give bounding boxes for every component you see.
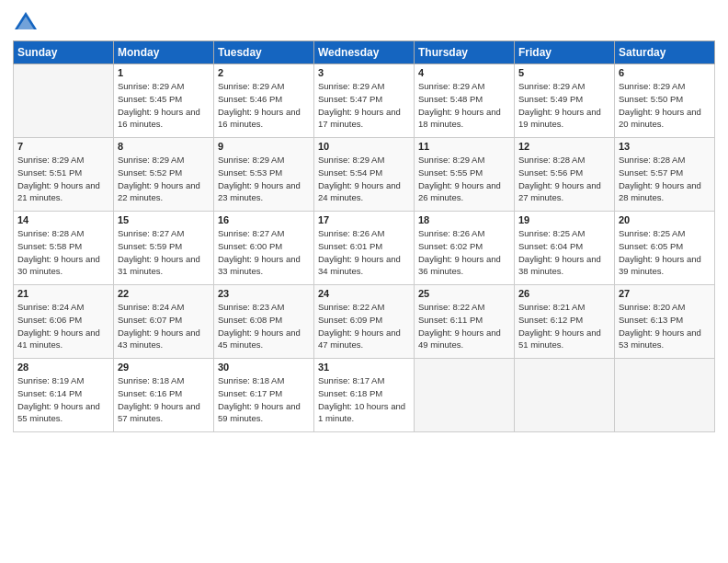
- day-info: Sunrise: 8:18 AMSunset: 6:16 PMDaylight:…: [118, 374, 210, 425]
- day-info: Sunrise: 8:24 AMSunset: 6:07 PMDaylight:…: [118, 301, 210, 351]
- day-info: Sunrise: 8:29 AMSunset: 5:49 PMDaylight:…: [518, 80, 610, 131]
- calendar-cell: 30Sunrise: 8:18 AMSunset: 6:17 PMDayligh…: [214, 359, 314, 432]
- calendar-cell: 6Sunrise: 8:29 AMSunset: 5:50 PMDaylight…: [615, 64, 715, 138]
- weekday-header-friday: Friday: [515, 41, 615, 64]
- day-number: 3: [318, 67, 410, 78]
- calendar-cell: 29Sunrise: 8:18 AMSunset: 6:16 PMDayligh…: [114, 359, 214, 432]
- calendar-cell: [515, 359, 615, 432]
- calendar-cell: 17Sunrise: 8:26 AMSunset: 6:01 PMDayligh…: [314, 212, 415, 285]
- day-info: Sunrise: 8:21 AMSunset: 6:12 PMDaylight:…: [518, 301, 610, 351]
- calendar-page: SundayMondayTuesdayWednesdayThursdayFrid…: [0, 0, 728, 563]
- week-row-5: 28Sunrise: 8:19 AMSunset: 6:14 PMDayligh…: [14, 359, 715, 432]
- day-number: 16: [218, 214, 310, 225]
- calendar-cell: 16Sunrise: 8:27 AMSunset: 6:00 PMDayligh…: [214, 212, 314, 285]
- weekday-header-tuesday: Tuesday: [214, 41, 314, 64]
- calendar-cell: 19Sunrise: 8:25 AMSunset: 6:04 PMDayligh…: [515, 212, 615, 285]
- day-info: Sunrise: 8:29 AMSunset: 5:50 PMDaylight:…: [619, 80, 711, 131]
- calendar-cell: 18Sunrise: 8:26 AMSunset: 6:02 PMDayligh…: [415, 212, 515, 285]
- calendar-cell: 11Sunrise: 8:29 AMSunset: 5:55 PMDayligh…: [415, 138, 515, 212]
- day-info: Sunrise: 8:29 AMSunset: 5:45 PMDaylight:…: [118, 80, 210, 131]
- day-number: 15: [118, 214, 210, 225]
- day-number: 21: [17, 288, 109, 299]
- day-number: 25: [418, 288, 510, 299]
- day-info: Sunrise: 8:28 AMSunset: 5:57 PMDaylight:…: [619, 154, 711, 204]
- calendar-cell: 22Sunrise: 8:24 AMSunset: 6:07 PMDayligh…: [114, 285, 214, 359]
- day-number: 31: [318, 362, 410, 373]
- calendar-cell: 15Sunrise: 8:27 AMSunset: 5:59 PMDayligh…: [114, 212, 214, 285]
- day-info: Sunrise: 8:29 AMSunset: 5:53 PMDaylight:…: [218, 154, 310, 204]
- weekday-header-sunday: Sunday: [14, 41, 114, 64]
- day-number: 12: [518, 141, 610, 152]
- week-row-3: 14Sunrise: 8:28 AMSunset: 5:58 PMDayligh…: [14, 212, 715, 285]
- day-number: 23: [218, 288, 310, 299]
- day-number: 26: [518, 288, 610, 299]
- page-header: [13, 9, 715, 35]
- calendar-cell: [415, 359, 515, 432]
- calendar-table: SundayMondayTuesdayWednesdayThursdayFrid…: [13, 40, 715, 432]
- day-number: 14: [17, 214, 109, 225]
- day-number: 7: [17, 141, 109, 152]
- calendar-cell: 31Sunrise: 8:17 AMSunset: 6:18 PMDayligh…: [314, 359, 415, 432]
- calendar-cell: 4Sunrise: 8:29 AMSunset: 5:48 PMDaylight…: [415, 64, 515, 138]
- calendar-cell: 8Sunrise: 8:29 AMSunset: 5:52 PMDaylight…: [114, 138, 214, 212]
- day-info: Sunrise: 8:20 AMSunset: 6:13 PMDaylight:…: [619, 301, 711, 351]
- calendar-cell: 26Sunrise: 8:21 AMSunset: 6:12 PMDayligh…: [515, 285, 615, 359]
- day-info: Sunrise: 8:24 AMSunset: 6:06 PMDaylight:…: [17, 301, 109, 351]
- weekday-header-monday: Monday: [114, 41, 214, 64]
- calendar-cell: 23Sunrise: 8:23 AMSunset: 6:08 PMDayligh…: [214, 285, 314, 359]
- day-info: Sunrise: 8:28 AMSunset: 5:58 PMDaylight:…: [17, 227, 109, 278]
- calendar-cell: 13Sunrise: 8:28 AMSunset: 5:57 PMDayligh…: [615, 138, 715, 212]
- day-number: 17: [318, 214, 410, 225]
- calendar-cell: 7Sunrise: 8:29 AMSunset: 5:51 PMDaylight…: [14, 138, 114, 212]
- logo-icon: [13, 9, 39, 35]
- day-info: Sunrise: 8:25 AMSunset: 6:04 PMDaylight:…: [518, 227, 610, 278]
- calendar-cell: [615, 359, 715, 432]
- day-number: 13: [619, 141, 711, 152]
- day-info: Sunrise: 8:22 AMSunset: 6:09 PMDaylight:…: [318, 301, 410, 351]
- calendar-cell: 20Sunrise: 8:25 AMSunset: 6:05 PMDayligh…: [615, 212, 715, 285]
- day-number: 24: [318, 288, 410, 299]
- calendar-cell: [14, 64, 114, 138]
- day-number: 29: [118, 362, 210, 373]
- day-number: 19: [518, 214, 610, 225]
- day-info: Sunrise: 8:23 AMSunset: 6:08 PMDaylight:…: [218, 301, 310, 351]
- day-number: 1: [118, 67, 210, 78]
- week-row-1: 1Sunrise: 8:29 AMSunset: 5:45 PMDaylight…: [14, 64, 715, 138]
- day-number: 6: [619, 67, 711, 78]
- calendar-cell: 1Sunrise: 8:29 AMSunset: 5:45 PMDaylight…: [114, 64, 214, 138]
- calendar-cell: 21Sunrise: 8:24 AMSunset: 6:06 PMDayligh…: [14, 285, 114, 359]
- day-number: 8: [118, 141, 210, 152]
- day-number: 4: [418, 67, 510, 78]
- day-info: Sunrise: 8:26 AMSunset: 6:02 PMDaylight:…: [418, 227, 510, 278]
- day-number: 18: [418, 214, 510, 225]
- calendar-cell: 5Sunrise: 8:29 AMSunset: 5:49 PMDaylight…: [515, 64, 615, 138]
- calendar-cell: 24Sunrise: 8:22 AMSunset: 6:09 PMDayligh…: [314, 285, 415, 359]
- day-number: 30: [218, 362, 310, 373]
- day-number: 2: [218, 67, 310, 78]
- day-number: 9: [218, 141, 310, 152]
- calendar-cell: 10Sunrise: 8:29 AMSunset: 5:54 PMDayligh…: [314, 138, 415, 212]
- week-row-4: 21Sunrise: 8:24 AMSunset: 6:06 PMDayligh…: [14, 285, 715, 359]
- day-info: Sunrise: 8:29 AMSunset: 5:47 PMDaylight:…: [318, 80, 410, 131]
- logo: [13, 9, 42, 35]
- calendar-cell: 25Sunrise: 8:22 AMSunset: 6:11 PMDayligh…: [415, 285, 515, 359]
- calendar-cell: 28Sunrise: 8:19 AMSunset: 6:14 PMDayligh…: [14, 359, 114, 432]
- day-info: Sunrise: 8:27 AMSunset: 5:59 PMDaylight:…: [118, 227, 210, 278]
- day-number: 10: [318, 141, 410, 152]
- weekday-header-saturday: Saturday: [615, 41, 715, 64]
- day-info: Sunrise: 8:29 AMSunset: 5:55 PMDaylight:…: [418, 154, 510, 204]
- day-info: Sunrise: 8:28 AMSunset: 5:56 PMDaylight:…: [518, 154, 610, 204]
- day-info: Sunrise: 8:29 AMSunset: 5:54 PMDaylight:…: [318, 154, 410, 204]
- calendar-cell: 9Sunrise: 8:29 AMSunset: 5:53 PMDaylight…: [214, 138, 314, 212]
- day-number: 11: [418, 141, 510, 152]
- weekday-header-thursday: Thursday: [415, 41, 515, 64]
- day-info: Sunrise: 8:25 AMSunset: 6:05 PMDaylight:…: [619, 227, 711, 278]
- day-info: Sunrise: 8:22 AMSunset: 6:11 PMDaylight:…: [418, 301, 510, 351]
- day-info: Sunrise: 8:19 AMSunset: 6:14 PMDaylight:…: [17, 374, 109, 425]
- day-info: Sunrise: 8:29 AMSunset: 5:51 PMDaylight:…: [17, 154, 109, 204]
- day-info: Sunrise: 8:26 AMSunset: 6:01 PMDaylight:…: [318, 227, 410, 278]
- day-number: 27: [619, 288, 711, 299]
- day-info: Sunrise: 8:17 AMSunset: 6:18 PMDaylight:…: [318, 374, 410, 425]
- calendar-cell: 12Sunrise: 8:28 AMSunset: 5:56 PMDayligh…: [515, 138, 615, 212]
- day-number: 5: [518, 67, 610, 78]
